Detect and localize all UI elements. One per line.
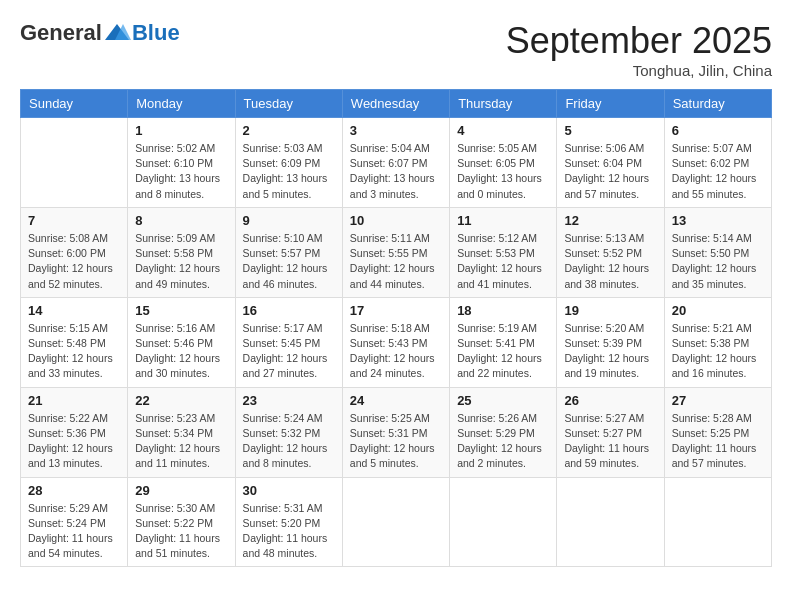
calendar-day-cell: 19Sunrise: 5:20 AMSunset: 5:39 PMDayligh… [557, 297, 664, 387]
calendar-day-cell: 23Sunrise: 5:24 AMSunset: 5:32 PMDayligh… [235, 387, 342, 477]
day-number: 18 [457, 303, 549, 318]
calendar-day-cell: 5Sunrise: 5:06 AMSunset: 6:04 PMDaylight… [557, 118, 664, 208]
calendar-day-cell: 14Sunrise: 5:15 AMSunset: 5:48 PMDayligh… [21, 297, 128, 387]
day-number: 20 [672, 303, 764, 318]
day-number: 28 [28, 483, 120, 498]
calendar-day-cell: 6Sunrise: 5:07 AMSunset: 6:02 PMDaylight… [664, 118, 771, 208]
day-info: Sunrise: 5:26 AMSunset: 5:29 PMDaylight:… [457, 411, 549, 472]
calendar-day-cell: 17Sunrise: 5:18 AMSunset: 5:43 PMDayligh… [342, 297, 449, 387]
day-info: Sunrise: 5:21 AMSunset: 5:38 PMDaylight:… [672, 321, 764, 382]
day-number: 14 [28, 303, 120, 318]
day-info: Sunrise: 5:24 AMSunset: 5:32 PMDaylight:… [243, 411, 335, 472]
day-number: 25 [457, 393, 549, 408]
calendar-week-row: 28Sunrise: 5:29 AMSunset: 5:24 PMDayligh… [21, 477, 772, 567]
day-info: Sunrise: 5:15 AMSunset: 5:48 PMDaylight:… [28, 321, 120, 382]
day-number: 1 [135, 123, 227, 138]
day-info: Sunrise: 5:13 AMSunset: 5:52 PMDaylight:… [564, 231, 656, 292]
day-info: Sunrise: 5:05 AMSunset: 6:05 PMDaylight:… [457, 141, 549, 202]
calendar-day-cell: 26Sunrise: 5:27 AMSunset: 5:27 PMDayligh… [557, 387, 664, 477]
day-info: Sunrise: 5:19 AMSunset: 5:41 PMDaylight:… [457, 321, 549, 382]
day-info: Sunrise: 5:29 AMSunset: 5:24 PMDaylight:… [28, 501, 120, 562]
calendar-day-cell: 2Sunrise: 5:03 AMSunset: 6:09 PMDaylight… [235, 118, 342, 208]
calendar-day-header: Saturday [664, 90, 771, 118]
calendar-day-cell [21, 118, 128, 208]
calendar-week-row: 1Sunrise: 5:02 AMSunset: 6:10 PMDaylight… [21, 118, 772, 208]
day-number: 8 [135, 213, 227, 228]
day-number: 5 [564, 123, 656, 138]
day-number: 2 [243, 123, 335, 138]
day-number: 30 [243, 483, 335, 498]
location-text: Tonghua, Jilin, China [506, 62, 772, 79]
day-info: Sunrise: 5:10 AMSunset: 5:57 PMDaylight:… [243, 231, 335, 292]
day-info: Sunrise: 5:28 AMSunset: 5:25 PMDaylight:… [672, 411, 764, 472]
day-info: Sunrise: 5:20 AMSunset: 5:39 PMDaylight:… [564, 321, 656, 382]
day-number: 7 [28, 213, 120, 228]
day-info: Sunrise: 5:08 AMSunset: 6:00 PMDaylight:… [28, 231, 120, 292]
day-info: Sunrise: 5:31 AMSunset: 5:20 PMDaylight:… [243, 501, 335, 562]
day-number: 4 [457, 123, 549, 138]
calendar-day-cell: 10Sunrise: 5:11 AMSunset: 5:55 PMDayligh… [342, 207, 449, 297]
day-info: Sunrise: 5:22 AMSunset: 5:36 PMDaylight:… [28, 411, 120, 472]
day-number: 6 [672, 123, 764, 138]
logo: General Blue [20, 20, 180, 46]
calendar-day-cell: 1Sunrise: 5:02 AMSunset: 6:10 PMDaylight… [128, 118, 235, 208]
calendar-day-cell: 24Sunrise: 5:25 AMSunset: 5:31 PMDayligh… [342, 387, 449, 477]
day-number: 17 [350, 303, 442, 318]
day-number: 16 [243, 303, 335, 318]
calendar-day-cell [664, 477, 771, 567]
day-number: 22 [135, 393, 227, 408]
day-number: 12 [564, 213, 656, 228]
calendar-day-cell: 13Sunrise: 5:14 AMSunset: 5:50 PMDayligh… [664, 207, 771, 297]
day-info: Sunrise: 5:14 AMSunset: 5:50 PMDaylight:… [672, 231, 764, 292]
calendar-day-cell: 9Sunrise: 5:10 AMSunset: 5:57 PMDaylight… [235, 207, 342, 297]
calendar-day-cell: 8Sunrise: 5:09 AMSunset: 5:58 PMDaylight… [128, 207, 235, 297]
calendar-day-cell: 30Sunrise: 5:31 AMSunset: 5:20 PMDayligh… [235, 477, 342, 567]
calendar-week-row: 7Sunrise: 5:08 AMSunset: 6:00 PMDaylight… [21, 207, 772, 297]
day-info: Sunrise: 5:27 AMSunset: 5:27 PMDaylight:… [564, 411, 656, 472]
calendar-day-header: Tuesday [235, 90, 342, 118]
calendar-day-cell: 21Sunrise: 5:22 AMSunset: 5:36 PMDayligh… [21, 387, 128, 477]
calendar-day-cell: 27Sunrise: 5:28 AMSunset: 5:25 PMDayligh… [664, 387, 771, 477]
logo-blue-text: Blue [132, 20, 180, 46]
calendar-day-cell [342, 477, 449, 567]
day-info: Sunrise: 5:17 AMSunset: 5:45 PMDaylight:… [243, 321, 335, 382]
day-info: Sunrise: 5:16 AMSunset: 5:46 PMDaylight:… [135, 321, 227, 382]
day-info: Sunrise: 5:23 AMSunset: 5:34 PMDaylight:… [135, 411, 227, 472]
calendar-header-row: SundayMondayTuesdayWednesdayThursdayFrid… [21, 90, 772, 118]
calendar-day-cell: 20Sunrise: 5:21 AMSunset: 5:38 PMDayligh… [664, 297, 771, 387]
day-info: Sunrise: 5:02 AMSunset: 6:10 PMDaylight:… [135, 141, 227, 202]
day-number: 13 [672, 213, 764, 228]
month-title: September 2025 [506, 20, 772, 62]
calendar-day-header: Sunday [21, 90, 128, 118]
day-number: 10 [350, 213, 442, 228]
day-info: Sunrise: 5:18 AMSunset: 5:43 PMDaylight:… [350, 321, 442, 382]
calendar-day-cell: 11Sunrise: 5:12 AMSunset: 5:53 PMDayligh… [450, 207, 557, 297]
calendar-day-cell: 15Sunrise: 5:16 AMSunset: 5:46 PMDayligh… [128, 297, 235, 387]
day-info: Sunrise: 5:04 AMSunset: 6:07 PMDaylight:… [350, 141, 442, 202]
day-number: 21 [28, 393, 120, 408]
calendar-day-cell: 28Sunrise: 5:29 AMSunset: 5:24 PMDayligh… [21, 477, 128, 567]
calendar-day-cell [450, 477, 557, 567]
calendar-day-cell: 29Sunrise: 5:30 AMSunset: 5:22 PMDayligh… [128, 477, 235, 567]
calendar-day-cell: 3Sunrise: 5:04 AMSunset: 6:07 PMDaylight… [342, 118, 449, 208]
day-number: 3 [350, 123, 442, 138]
calendar-day-cell: 16Sunrise: 5:17 AMSunset: 5:45 PMDayligh… [235, 297, 342, 387]
calendar-day-header: Thursday [450, 90, 557, 118]
day-info: Sunrise: 5:30 AMSunset: 5:22 PMDaylight:… [135, 501, 227, 562]
day-number: 9 [243, 213, 335, 228]
calendar-day-cell: 4Sunrise: 5:05 AMSunset: 6:05 PMDaylight… [450, 118, 557, 208]
day-number: 23 [243, 393, 335, 408]
day-info: Sunrise: 5:11 AMSunset: 5:55 PMDaylight:… [350, 231, 442, 292]
day-number: 19 [564, 303, 656, 318]
day-info: Sunrise: 5:12 AMSunset: 5:53 PMDaylight:… [457, 231, 549, 292]
day-number: 27 [672, 393, 764, 408]
day-number: 11 [457, 213, 549, 228]
day-number: 15 [135, 303, 227, 318]
calendar-week-row: 21Sunrise: 5:22 AMSunset: 5:36 PMDayligh… [21, 387, 772, 477]
calendar-day-cell: 18Sunrise: 5:19 AMSunset: 5:41 PMDayligh… [450, 297, 557, 387]
day-number: 29 [135, 483, 227, 498]
day-info: Sunrise: 5:07 AMSunset: 6:02 PMDaylight:… [672, 141, 764, 202]
day-info: Sunrise: 5:25 AMSunset: 5:31 PMDaylight:… [350, 411, 442, 472]
logo-icon [103, 22, 131, 44]
calendar-day-cell: 7Sunrise: 5:08 AMSunset: 6:00 PMDaylight… [21, 207, 128, 297]
